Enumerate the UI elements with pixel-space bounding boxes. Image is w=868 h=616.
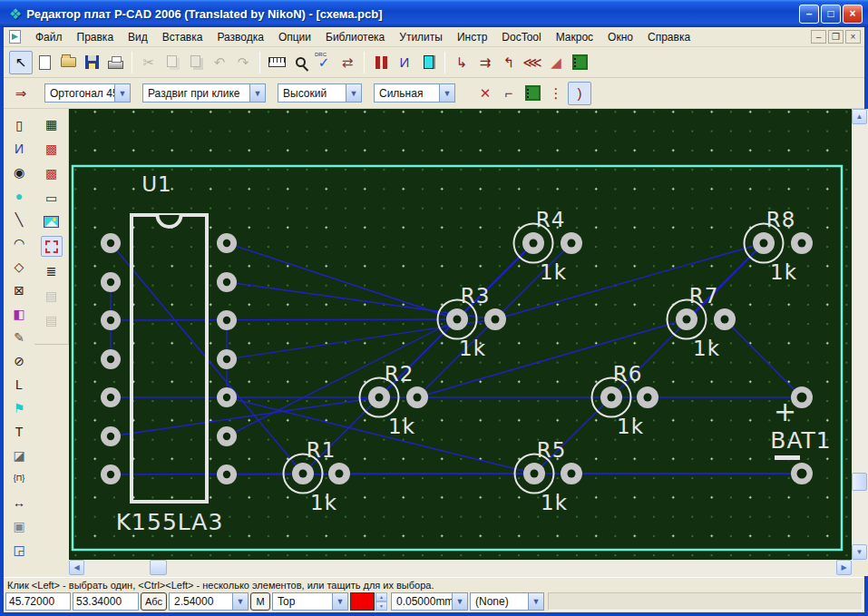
mdi-close-button[interactable]: × xyxy=(845,30,861,44)
ratsnest-line[interactable] xyxy=(725,319,802,397)
menu-item-window[interactable]: Окно xyxy=(600,28,640,46)
place-ref-point-button[interactable]: ⚑ xyxy=(8,397,30,418)
measure-tool-button[interactable] xyxy=(265,51,288,74)
place-via-button[interactable]: ● xyxy=(8,185,30,206)
cutout-region-button[interactable]: ▭ xyxy=(41,187,63,208)
menu-item-help[interactable]: Справка xyxy=(640,28,697,46)
net-filter-combo[interactable]: (None) ▼ xyxy=(470,592,544,611)
push-mode-combo[interactable]: Раздвиг при клике▼ xyxy=(142,83,266,103)
route-angle-mode-combo[interactable]: Ортогонал 45°▼ xyxy=(44,83,131,103)
menu-item-route[interactable]: Разводка xyxy=(210,28,271,46)
place-copper-pour-button[interactable]: ◧ xyxy=(8,303,30,324)
label-r8-value[interactable]: 1k xyxy=(770,260,797,284)
strength-level-combo[interactable]: Сильная▼ xyxy=(374,83,455,103)
label-r5-ref[interactable]: R5 xyxy=(537,438,567,462)
save-file-button[interactable] xyxy=(80,51,103,74)
place-polygon-button[interactable]: ◇ xyxy=(8,256,30,277)
fanout-mode-button[interactable]: ⇒ xyxy=(9,82,33,105)
spinner-down-icon[interactable]: ▼ xyxy=(375,601,387,611)
ratsnest-line[interactable] xyxy=(495,243,764,319)
menu-item-doctool[interactable]: DocTool xyxy=(494,28,548,46)
chevron-down-icon[interactable]: ▼ xyxy=(439,84,454,102)
label-r1-ref[interactable]: R1 xyxy=(307,438,336,462)
abs-rel-toggle[interactable]: Абс xyxy=(141,592,167,611)
chevron-down-icon[interactable]: ▼ xyxy=(332,593,347,610)
label-bat1-plus[interactable]: + xyxy=(774,396,797,427)
arc-route-button[interactable]: ) xyxy=(568,82,591,105)
route-multi-button[interactable]: ⋘ xyxy=(521,51,544,74)
copy-button[interactable] xyxy=(161,51,184,74)
label-r7-value[interactable]: 1k xyxy=(693,337,720,360)
metric-toggle[interactable]: M xyxy=(250,592,270,611)
label-r3-ref[interactable]: R3 xyxy=(461,284,491,308)
board-panel-button[interactable] xyxy=(416,51,440,74)
ratsnest-line[interactable] xyxy=(227,243,457,319)
grid-spacing-combo[interactable]: 2.54000 ▼ xyxy=(169,592,249,611)
mdi-minimize-button[interactable]: – xyxy=(811,30,826,44)
layer-spinner[interactable]: ▲ ▼ xyxy=(375,592,387,611)
place-cutout-button[interactable]: ⊠ xyxy=(8,279,30,300)
undo-button[interactable]: ↶ xyxy=(208,51,231,74)
horizontal-scroll-thumb[interactable] xyxy=(150,560,167,575)
grid-table-button[interactable]: ▦ xyxy=(41,113,63,134)
menu-item-macro[interactable]: Макрос xyxy=(549,28,600,46)
vertical-scroll-thumb[interactable] xyxy=(852,473,867,491)
label-r8-ref[interactable]: R8 xyxy=(766,208,796,231)
ratsnest-line[interactable] xyxy=(534,397,611,474)
menu-item-edit[interactable]: Правка xyxy=(70,28,122,46)
highlight-region-button[interactable] xyxy=(41,236,63,257)
document-icon[interactable] xyxy=(9,30,21,44)
route-fanout-button[interactable]: ⇉ xyxy=(473,51,497,74)
menu-item-file[interactable]: Файл xyxy=(28,28,70,46)
pcb-canvas[interactable]: U1K155LA3R11kR21kR31kR41kR51kR61kR71kR81… xyxy=(69,109,852,560)
maximize-button[interactable]: □ xyxy=(821,5,841,24)
close-button[interactable]: × xyxy=(843,5,863,24)
cut-button[interactable]: ✂ xyxy=(137,51,161,74)
paste-special-1-button[interactable]: ▤ xyxy=(41,285,63,306)
place-array-button[interactable]: ▣ xyxy=(8,515,30,536)
place-dimension-button[interactable]: ↔ xyxy=(8,492,30,513)
ratsnest-line[interactable] xyxy=(227,319,457,436)
ratsnest-line[interactable] xyxy=(227,397,534,474)
layer-color-swatch[interactable] xyxy=(350,592,375,611)
place-connection-button[interactable]: И xyxy=(8,138,30,159)
label-r3-value[interactable]: 1k xyxy=(459,337,486,360)
route-manual-button[interactable]: ↳ xyxy=(450,51,473,74)
paste-button[interactable] xyxy=(184,51,208,74)
mdi-restore-button[interactable]: ❐ xyxy=(828,30,844,44)
place-plane-button[interactable]: ✎ xyxy=(8,327,30,347)
menu-item-place[interactable]: Вставка xyxy=(155,28,210,46)
place-room-button[interactable]: L xyxy=(8,374,30,395)
menu-item-options[interactable]: Опции xyxy=(271,28,318,46)
drc-check-button[interactable]: ✓DRC xyxy=(312,51,336,74)
place-attribute-button[interactable]: ◪ xyxy=(8,445,30,465)
chevron-down-icon[interactable]: ▼ xyxy=(114,84,130,102)
label-r2-ref[interactable]: R2 xyxy=(385,362,414,386)
scroll-left-icon[interactable]: ◀ xyxy=(69,560,84,575)
menu-item-view[interactable]: Вид xyxy=(121,28,155,46)
image-tool-button[interactable] xyxy=(41,211,63,232)
component-u1-outline[interactable] xyxy=(132,215,207,502)
autoroute-setup-button[interactable] xyxy=(521,82,544,105)
redo-button[interactable]: ↷ xyxy=(231,51,255,74)
copper-pour-b-button[interactable]: ▩ xyxy=(41,162,63,183)
chevron-down-icon[interactable]: ▼ xyxy=(249,84,265,102)
effort-level-combo[interactable]: Высокий▼ xyxy=(278,83,362,103)
via-pattern-button[interactable]: ⋮ xyxy=(544,82,568,105)
chevron-down-icon[interactable]: ▼ xyxy=(528,593,543,610)
line-width-combo[interactable]: 0.05000mm ▼ xyxy=(391,592,468,611)
y-coordinate-field[interactable] xyxy=(73,592,139,611)
label-r5-value[interactable]: 1k xyxy=(541,491,568,514)
place-field-button[interactable]: {П} xyxy=(8,468,30,489)
label-r7-ref[interactable]: R7 xyxy=(689,284,719,308)
label-r6-ref[interactable]: R6 xyxy=(613,362,643,386)
scroll-down-icon[interactable]: ▼ xyxy=(852,544,867,560)
chevron-down-icon[interactable]: ▼ xyxy=(232,593,248,610)
label-r4-value[interactable]: 1k xyxy=(540,260,567,284)
select-tool-button[interactable]: ↖ xyxy=(9,51,33,74)
label-r4-ref[interactable]: R4 xyxy=(536,208,566,231)
menu-item-utils[interactable]: Утилиты xyxy=(392,28,450,46)
zoom-window-button[interactable] xyxy=(288,51,312,74)
ratsnest-line[interactable] xyxy=(111,319,457,320)
corner-style-button[interactable]: ⌐ xyxy=(497,82,521,105)
